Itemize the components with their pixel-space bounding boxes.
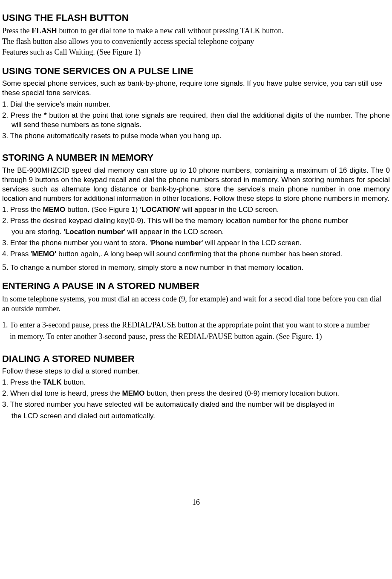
list-item-sub: the LCD screen and dialed out automatica… [2, 411, 390, 421]
page-number: 16 [2, 498, 390, 507]
para: The BE-900MHZCID speed dial memory can s… [2, 166, 390, 203]
list-item: 3. The phone automatically resets to pul… [2, 131, 390, 141]
list-item: 3. Enter the phone number you want to st… [2, 238, 390, 248]
list-item: 2. Press the * button at the point that … [2, 111, 390, 130]
para: The flash button also allows you to conv… [2, 37, 390, 46]
list-item: 1. Press the TALK button. [2, 378, 390, 387]
list: 1. Press the TALK button. 2. When dial t… [2, 378, 390, 420]
para: Follow these steps to dial a stored numb… [2, 367, 390, 376]
heading-dialing-stored: DIALING A STORED NUMBER [2, 353, 390, 365]
heading-pause: ENTERING A PAUSE IN A STORED NUMBER [2, 280, 390, 292]
heading-flash-button: USING THE FLASH BUTTON [2, 12, 390, 24]
list-item: 3. The stored number you have selected w… [2, 400, 390, 409]
list: 1. Press the MEMO button. (See Figure 1)… [2, 205, 390, 273]
list-item-sub: you are storing. 'Location number' will … [2, 227, 390, 237]
list-item: 1. To enter a 3-second pause, press the … [2, 320, 390, 330]
list: 1. Dial the service's main number. 2. Pr… [2, 100, 390, 141]
list-item: 2. When dial tone is heard, press the ME… [2, 389, 390, 398]
heading-tone-services: USING TONE SERVICES ON A PULSE LINE [2, 65, 390, 78]
list-item: 1. Dial the service's main number. [2, 100, 390, 109]
para: Press the FLASH button to get dial tone … [2, 26, 390, 36]
para: Features such as Call Waiting. (See Figu… [2, 47, 390, 57]
para: In some telephone systems, you must dial… [2, 294, 390, 314]
para: Some special phone services, such as ban… [2, 79, 390, 98]
list-item: 2. Press the desired keypad dialing key(… [2, 216, 390, 226]
list-item: 1. Press the MEMO button. (See Figure 1)… [2, 205, 390, 214]
list-item-sub: in memory. To enter another 3-second pau… [2, 332, 390, 342]
list-item: 5. To change a number stored in memory, … [2, 261, 390, 272]
list-item: 4. Press 'MEMO' button again,. A long be… [2, 249, 390, 259]
heading-storing-number: STORING A NUMBER IN MEMORY [2, 152, 390, 164]
list: 1. To enter a 3-second pause, press the … [2, 320, 390, 342]
